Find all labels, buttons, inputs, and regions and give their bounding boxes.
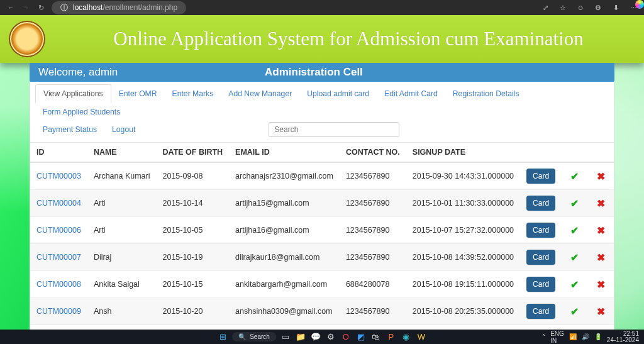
reject-icon[interactable]: ✖ — [597, 225, 605, 236]
profile-icon[interactable]: ☺ — [576, 3, 585, 12]
cell-contact: 6884280078 — [340, 271, 406, 298]
cell-name: Arti — [87, 190, 157, 217]
tab-upload-admit-card[interactable]: Upload admit card — [299, 85, 377, 103]
opera-icon[interactable]: O — [340, 331, 352, 343]
card-button[interactable]: Card — [526, 304, 555, 319]
col-contact[interactable]: CONTACT NO. — [340, 143, 406, 163]
table-row: CUTM00010Sweety2015-10-07abc@gmai.com123… — [30, 325, 614, 330]
search-icon: 🔍 — [238, 333, 246, 340]
nav-forward-icon[interactable]: → — [21, 3, 30, 12]
chat-icon[interactable]: 💬 — [310, 331, 321, 343]
site-info-icon[interactable]: ⓘ — [60, 3, 68, 13]
card-button[interactable]: Card — [526, 196, 555, 211]
approve-icon[interactable]: ✔ — [570, 225, 579, 236]
cell-dob: 2015-10-05 — [157, 217, 230, 244]
page-title: Online Application System for Admission … — [53, 28, 644, 50]
header-banner: Online Application System for Admission … — [0, 15, 644, 63]
tray-chevron-icon[interactable]: ˄ — [542, 333, 545, 340]
cell-email: abc@gmai.com — [229, 325, 340, 330]
reject-icon[interactable]: ✖ — [597, 171, 605, 182]
start-icon[interactable]: ⊞ — [217, 331, 228, 343]
approve-icon[interactable]: ✔ — [570, 171, 579, 182]
nav-back-icon[interactable]: ← — [6, 3, 15, 12]
tab-view-applications[interactable]: View Applications — [35, 84, 111, 103]
edge-icon[interactable]: ◉ — [401, 331, 412, 343]
reject-icon[interactable]: ✖ — [597, 306, 605, 317]
refresh-icon[interactable]: ↻ — [36, 3, 45, 12]
cell-email: archanajsr2310@gmail.com — [229, 162, 340, 190]
cell-contact: 1234567890 — [340, 190, 406, 217]
tray-clock[interactable]: 22:5124-11-2024 — [607, 331, 639, 343]
wifi-icon[interactable]: 📶 — [569, 333, 577, 340]
settings-app-icon[interactable]: ⚙ — [325, 331, 336, 343]
application-id-link[interactable]: CUTM00009 — [36, 307, 81, 316]
col-email[interactable]: EMAIL ID — [229, 143, 340, 163]
powerpoint-icon[interactable]: P — [386, 331, 397, 343]
col-dob[interactable]: DATE OF BIRTH — [157, 143, 230, 163]
application-id-link[interactable]: CUTM00003 — [36, 172, 81, 180]
settings-icon[interactable]: ⚙ — [594, 3, 602, 12]
taskbar-search-label: Search — [250, 333, 270, 340]
cell-signup: 2015-10-08 19:15:11.000000 — [406, 271, 520, 298]
cell-signup: 2015-09-30 14:43:31.000000 — [406, 162, 520, 190]
col-signup[interactable]: SIGNUP DATE — [406, 143, 520, 163]
approve-icon[interactable]: ✔ — [570, 279, 579, 290]
tab-edit-admit-card[interactable]: Edit Admit Card — [377, 85, 445, 103]
cell-dob: 2015-09-08 — [157, 162, 230, 190]
university-logo — [9, 21, 45, 57]
word-icon[interactable]: W — [416, 331, 427, 343]
tray-lang[interactable]: ENGIN — [550, 330, 564, 344]
cell-email: artijha16@gmail.com — [229, 217, 340, 244]
card-button[interactable]: Card — [526, 169, 555, 184]
tab-enter-omr[interactable]: Enter OMR — [111, 85, 165, 103]
search-input[interactable] — [269, 122, 399, 137]
tab-add-new-manager[interactable]: Add New Manager — [221, 85, 299, 103]
cell-email: dilrajkaur18@gmail.com — [229, 244, 340, 271]
tab-payment-status[interactable]: Payment Status — [35, 121, 104, 138]
explorer-icon[interactable]: 📁 — [295, 331, 306, 343]
vscode-icon[interactable]: ◩ — [355, 331, 367, 343]
cell-contact: 1234567890 — [340, 298, 406, 325]
cell-email: anshsinha0309@gmail.com — [229, 298, 340, 325]
card-button[interactable]: Card — [526, 223, 555, 238]
downloads-icon[interactable]: ⬇ — [611, 3, 620, 12]
cell-signup: 2015-10-08 14:39:52.000000 — [406, 244, 520, 271]
reject-icon[interactable]: ✖ — [597, 252, 605, 263]
store-icon[interactable]: 🛍 — [370, 331, 382, 343]
copilot-icon[interactable] — [635, 0, 644, 9]
col-name[interactable]: NAME — [87, 143, 157, 163]
tab-bar: View Applications Enter OMR Enter Marks … — [30, 82, 614, 121]
cell-signup: 2015-10-08 20:25:35.000000 — [406, 298, 520, 325]
approve-icon[interactable]: ✔ — [570, 306, 579, 317]
application-id-link[interactable]: CUTM00007 — [36, 253, 81, 262]
application-id-link[interactable]: CUTM00008 — [36, 280, 81, 289]
table-row: CUTM00004Arti2015-10-14artijha15@gmail.c… — [30, 190, 614, 217]
favorite-icon[interactable]: ☆ — [558, 3, 567, 12]
task-view-icon[interactable]: ▭ — [280, 331, 291, 343]
address-bar[interactable]: ⓘ localhost/enrollment/admin.php — [52, 1, 186, 14]
cell-signup: 2015-10-01 11:30:33.000000 — [406, 190, 520, 217]
card-button[interactable]: Card — [526, 250, 555, 265]
reject-icon[interactable]: ✖ — [597, 279, 605, 290]
tab-registration-details[interactable]: Registration Details — [445, 85, 527, 103]
col-id[interactable]: ID — [30, 143, 87, 163]
application-id-link[interactable]: CUTM00006 — [36, 226, 81, 235]
battery-icon[interactable]: 🔋 — [594, 333, 602, 340]
cell-email: artijha15@gmail.com — [229, 190, 340, 217]
approve-icon[interactable]: ✔ — [570, 198, 579, 209]
cell-name: Archana Kumari — [87, 162, 157, 190]
table-row: CUTM00006Arti2015-10-05artijha16@gmail.c… — [30, 217, 614, 244]
tab-form-applied-students[interactable]: Form Applied Students — [35, 103, 128, 121]
cell-contact: 1234567890 — [340, 325, 406, 330]
browser-toolbar: ← → ↻ ⓘ localhost/enrollment/admin.php ⤢… — [0, 0, 644, 15]
approve-icon[interactable]: ✔ — [570, 252, 579, 263]
cell-name: Sweety — [87, 325, 157, 330]
volume-icon[interactable]: 🔊 — [582, 333, 589, 340]
application-id-link[interactable]: CUTM00004 — [36, 199, 81, 208]
taskbar-search[interactable]: 🔍 Search — [232, 332, 276, 341]
tab-enter-marks[interactable]: Enter Marks — [165, 85, 221, 103]
card-button[interactable]: Card — [526, 277, 555, 292]
reject-icon[interactable]: ✖ — [597, 198, 605, 209]
tab-logout[interactable]: Logout — [104, 121, 143, 138]
zoom-icon[interactable]: ⤢ — [541, 3, 550, 12]
